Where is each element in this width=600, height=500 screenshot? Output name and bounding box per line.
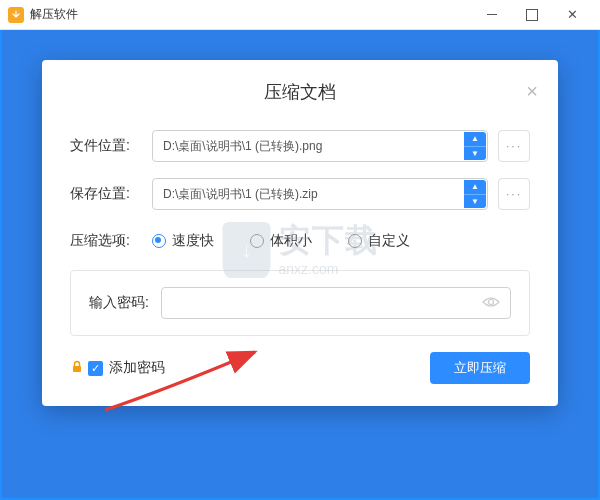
add-password-label: 添加密码 [109, 359, 165, 377]
password-label: 输入密码: [89, 294, 149, 312]
app-icon [8, 7, 24, 23]
svg-point-0 [489, 300, 494, 305]
add-password-checkbox[interactable]: ✓ [88, 361, 103, 376]
chevron-up-icon[interactable]: ▲ [464, 180, 486, 195]
compress-options-group: 速度快 体积小 自定义 [152, 232, 410, 250]
file-location-input[interactable] [163, 139, 477, 153]
lock-icon [70, 360, 84, 377]
save-location-browse-button[interactable]: ··· [498, 178, 530, 210]
option-custom-label: 自定义 [368, 232, 410, 250]
radio-icon [152, 234, 166, 248]
option-fast-label: 速度快 [172, 232, 214, 250]
compress-button[interactable]: 立即压缩 [430, 352, 530, 384]
password-section: 输入密码: [70, 270, 530, 336]
chevron-down-icon[interactable]: ▼ [464, 195, 486, 209]
radio-icon [348, 234, 362, 248]
window-close-button[interactable] [552, 0, 592, 30]
compress-options-label: 压缩选项: [70, 232, 152, 250]
app-title: 解压软件 [30, 6, 78, 23]
password-input[interactable] [172, 296, 474, 311]
save-location-input-wrapper: ▲ ▼ [152, 178, 488, 210]
dialog-footer: ✓ 添加密码 立即压缩 [42, 336, 558, 406]
dialog-close-button[interactable]: × [526, 80, 538, 103]
svg-rect-1 [73, 366, 81, 372]
save-location-stepper[interactable]: ▲ ▼ [464, 180, 486, 208]
window-maximize-button[interactable] [512, 0, 552, 30]
file-location-browse-button[interactable]: ··· [498, 130, 530, 162]
option-small-label: 体积小 [270, 232, 312, 250]
dialog-header: 压缩文档 × [42, 60, 558, 122]
save-location-label: 保存位置: [70, 185, 152, 203]
chevron-down-icon[interactable]: ▼ [464, 147, 486, 161]
file-location-label: 文件位置: [70, 137, 152, 155]
dialog-title: 压缩文档 [264, 80, 336, 104]
password-input-wrapper [161, 287, 511, 319]
compress-options-row: 压缩选项: 速度快 体积小 自定义 [42, 218, 558, 254]
save-location-row: 保存位置: ▲ ▼ ··· [42, 170, 558, 218]
titlebar: 解压软件 [0, 0, 600, 30]
file-location-input-wrapper: ▲ ▼ [152, 130, 488, 162]
option-fast[interactable]: 速度快 [152, 232, 214, 250]
window-minimize-button[interactable] [472, 0, 512, 30]
radio-icon [250, 234, 264, 248]
chevron-up-icon[interactable]: ▲ [464, 132, 486, 147]
eye-icon[interactable] [482, 294, 500, 312]
file-location-stepper[interactable]: ▲ ▼ [464, 132, 486, 160]
file-location-row: 文件位置: ▲ ▼ ··· [42, 122, 558, 170]
save-location-input[interactable] [163, 187, 477, 201]
compress-dialog: 压缩文档 × 文件位置: ▲ ▼ ··· 保存位置: ▲ ▼ ··· 压缩选项: [42, 60, 558, 406]
option-small[interactable]: 体积小 [250, 232, 312, 250]
option-custom[interactable]: 自定义 [348, 232, 410, 250]
